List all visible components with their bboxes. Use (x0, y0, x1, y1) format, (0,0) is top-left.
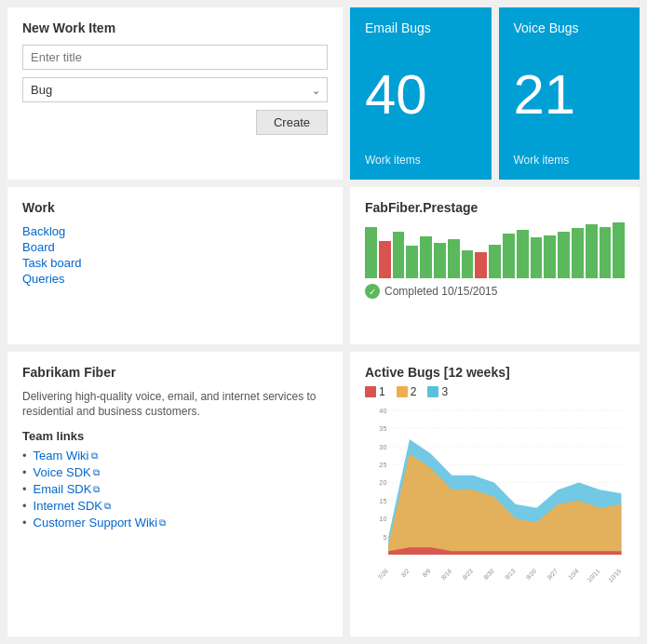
bar (600, 227, 612, 278)
customer-support-wiki-link[interactable]: Customer Support Wiki (34, 516, 158, 530)
voice-bugs-title: Voice Bugs (514, 20, 626, 35)
svg-text:8/30: 8/30 (482, 567, 495, 581)
bar (475, 252, 487, 278)
svg-text:9/13: 9/13 (504, 567, 517, 581)
voice-bugs-tile: Voice Bugs 21 Work items (499, 7, 640, 180)
legend-item-2: 2 (397, 385, 417, 398)
bar (434, 243, 446, 278)
legend-color-2 (397, 386, 408, 397)
legend-item-1: 1 (365, 385, 385, 398)
svg-text:8/16: 8/16 (440, 567, 453, 581)
svg-text:35: 35 (379, 424, 386, 433)
completed-text: Completed 10/15/2015 (384, 285, 497, 298)
active-bugs-title: Active Bugs [12 weeks] (365, 365, 625, 380)
create-button[interactable]: Create (256, 110, 328, 135)
work-panel: Work Backlog Board Task board Queries (7, 187, 343, 343)
tiles-row: Email Bugs 40 Work items Voice Bugs 21 W… (350, 7, 640, 180)
svg-text:9/20: 9/20 (525, 567, 538, 581)
bar (379, 241, 391, 278)
external-link-icon: ⧉ (159, 517, 166, 529)
svg-text:20: 20 (379, 478, 386, 487)
voice-sdk-link[interactable]: Voice SDK (34, 465, 91, 479)
legend-label-2: 2 (411, 385, 417, 398)
bar (489, 245, 501, 278)
svg-text:8/9: 8/9 (421, 567, 431, 578)
bar (448, 239, 460, 278)
title-input[interactable] (22, 45, 328, 70)
bar (531, 237, 543, 278)
active-bugs-panel: Active Bugs [12 weeks] 1 2 3 51015202530… (350, 352, 640, 637)
email-bugs-label: Work items (365, 154, 477, 167)
svg-text:7/26: 7/26 (377, 567, 390, 581)
email-bugs-tile: Email Bugs 40 Work items (350, 7, 492, 180)
bar (503, 234, 515, 278)
backlog-link[interactable]: Backlog (22, 224, 65, 238)
work-title: Work (22, 200, 328, 215)
team-links-list: Team Wiki⧉ Voice SDK⧉ Email SDK⧉ Interne… (22, 449, 328, 530)
svg-text:8/2: 8/2 (400, 567, 411, 578)
fabfiber-panel: FabFiber.Prestage ✓ Completed 10/15/2015 (350, 187, 640, 343)
svg-text:10/4: 10/4 (567, 567, 580, 581)
bar (365, 227, 377, 278)
bar (393, 232, 405, 278)
bar (558, 232, 570, 278)
bar (406, 246, 418, 278)
bar (420, 236, 432, 278)
queries-link[interactable]: Queries (22, 272, 65, 286)
svg-text:30: 30 (379, 442, 386, 450)
svg-text:10/11: 10/11 (586, 567, 601, 584)
svg-text:5: 5 (383, 532, 386, 541)
svg-text:9/27: 9/27 (546, 567, 559, 581)
legend-label-3: 3 (441, 385, 448, 398)
legend-item-3: 3 (427, 385, 448, 398)
chart-legend: 1 2 3 (365, 385, 625, 398)
bar (586, 224, 598, 278)
type-select[interactable]: Bug Task User Story Feature (22, 77, 328, 102)
voice-bugs-count: 21 (514, 67, 626, 123)
type-select-wrapper: Bug Task User Story Feature ⌄ (22, 77, 328, 102)
svg-text:15: 15 (379, 496, 386, 504)
bar (517, 230, 529, 278)
bar (613, 222, 625, 278)
email-bugs-title: Email Bugs (365, 20, 477, 35)
fabfiber-title: FabFiber.Prestage (365, 200, 625, 215)
bar (572, 228, 584, 278)
legend-color-3 (427, 386, 438, 397)
new-work-item-title: New Work Item (22, 20, 328, 35)
active-bugs-chart: 5101520253035407/268/28/98/168/238/309/1… (365, 406, 625, 592)
svg-text:40: 40 (379, 406, 386, 414)
email-sdk-link[interactable]: Email SDK (34, 482, 92, 496)
svg-text:8/23: 8/23 (462, 567, 475, 581)
external-link-icon: ⧉ (93, 467, 100, 478)
external-link-icon: ⧉ (104, 501, 111, 512)
work-links-list: Backlog Board Task board Queries (22, 224, 328, 286)
new-work-item-panel: New Work Item Bug Task User Story Featur… (7, 7, 343, 180)
svg-text:25: 25 (379, 460, 386, 468)
fabrikam-description: Delivering high-quality voice, email, an… (22, 389, 328, 421)
bar (544, 235, 556, 278)
fabrikam-title: Fabrikam Fiber (22, 365, 328, 380)
check-icon: ✓ (365, 284, 380, 299)
svg-text:10/15: 10/15 (607, 567, 622, 584)
voice-bugs-label: Work items (514, 154, 626, 167)
team-links-title: Team links (22, 429, 328, 443)
team-wiki-link[interactable]: Team Wiki (34, 449, 89, 463)
fabfiber-bar-chart (365, 222, 625, 278)
completed-row: ✓ Completed 10/15/2015 (365, 284, 625, 299)
external-link-icon: ⧉ (91, 450, 98, 462)
bar (462, 250, 474, 278)
legend-label-1: 1 (379, 385, 385, 398)
legend-color-1 (365, 386, 376, 397)
email-bugs-count: 40 (365, 67, 477, 123)
fabrikam-panel: Fabrikam Fiber Delivering high-quality v… (7, 352, 343, 637)
external-link-icon: ⧉ (93, 484, 100, 495)
board-link[interactable]: Board (22, 240, 55, 254)
internet-sdk-link[interactable]: Internet SDK (34, 499, 102, 513)
svg-text:10: 10 (379, 515, 386, 523)
taskboard-link[interactable]: Task board (22, 256, 82, 270)
